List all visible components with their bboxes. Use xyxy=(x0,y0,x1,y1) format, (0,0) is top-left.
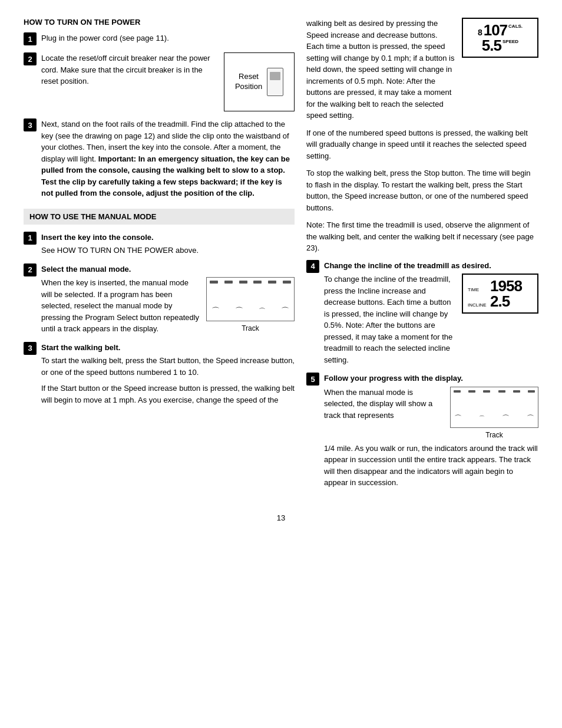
step-num-3: 3 xyxy=(24,118,37,131)
speed-val: 5.5 xyxy=(482,38,501,53)
right-para2: If one of the numbered speed buttons is … xyxy=(306,127,538,162)
step5-text2: 1/4 mile. As you walk or run, the indica… xyxy=(324,443,538,489)
step3-content: Next, stand on the foot rails of the tre… xyxy=(41,118,295,199)
cals-label: CALS. xyxy=(508,24,523,29)
manual-step-1: 1 Insert the key into the console. See H… xyxy=(24,232,295,256)
manual-step1-title: Insert the key into the console. xyxy=(41,232,295,243)
step2-text: Locate the reset/off circuit breaker nea… xyxy=(41,52,216,87)
step5-content: Follow your progress with the display. W… xyxy=(324,373,538,489)
manual-step2-content: Select the manual mode. When the key is … xyxy=(41,263,295,335)
right-column: walking belt as desired by pressing the … xyxy=(306,18,538,496)
right-para3: To stop the walking belt, press the Stop… xyxy=(306,167,538,213)
step5-track-bottom: ⌒ ⌒ ⌒ ⌒ xyxy=(454,413,534,424)
incline-value: 2.5 xyxy=(490,294,510,309)
step5-track-top xyxy=(454,390,535,393)
step5-text-block: When the manual mode is selected, the di… xyxy=(324,387,443,421)
step-3: 3 Next, stand on the foot rails of the t… xyxy=(24,118,295,199)
section1-title: HOW TO TURN ON THE POWER xyxy=(24,18,295,27)
speed-cals-val: 107 xyxy=(484,22,507,38)
step5-track-label: Track xyxy=(485,430,503,440)
manual-step-2: 2 Select the manual mode. When the key i… xyxy=(24,263,295,335)
track-display-step5: ⌒ ⌒ ⌒ ⌒ xyxy=(450,387,538,428)
manual-step-num-2: 2 xyxy=(24,263,37,276)
reset-box: ResetPosition xyxy=(224,52,295,111)
manual-step-num-3: 3 xyxy=(24,342,37,355)
manual-step-3: 3 Start the walking belt. To start the w… xyxy=(24,342,295,406)
step5-title: Follow your progress with the display. xyxy=(324,373,538,384)
step4: 4 Change the incline of the treadmill as… xyxy=(306,260,538,366)
speed-label: SPEED xyxy=(503,39,518,44)
track-display-step5-wrap: ⌒ ⌒ ⌒ ⌒ Track xyxy=(450,387,538,440)
step5: 5 Follow your progress with the display.… xyxy=(306,373,538,489)
page-number: 13 xyxy=(24,513,538,522)
track-label-left: Track xyxy=(242,323,259,334)
incline-display: TIME 1958 INCLINE 2.5 xyxy=(462,274,538,314)
track-top-dots xyxy=(210,281,291,284)
manual-step3-text1: To start the walking belt, press the Sta… xyxy=(41,355,295,378)
step3-important: Important: In an emergency situation, th… xyxy=(41,154,290,198)
step-1: 1 Plug in the power cord (see page 11). xyxy=(24,32,295,45)
page: HOW TO TURN ON THE POWER 1 Plug in the p… xyxy=(0,0,562,728)
step1-text: Plug in the power cord (see page 11). xyxy=(41,32,295,44)
step4-title: Change the incline of the treadmill as d… xyxy=(324,260,538,272)
manual-step1-text: See HOW TO TURN ON THE POWER above. xyxy=(41,245,295,256)
step-num-2: 2 xyxy=(24,52,37,65)
reset-label: ResetPosition xyxy=(235,72,262,92)
step4-text: To change the incline of the treadmill, … xyxy=(324,274,455,365)
step2-content: Locate the reset/off circuit breaker nea… xyxy=(41,52,295,111)
speed-cals-prefix: 8 xyxy=(478,28,482,37)
left-column: HOW TO TURN ON THE POWER 1 Plug in the p… xyxy=(24,18,295,496)
reset-switch xyxy=(267,68,283,96)
manual-step-num-1: 1 xyxy=(24,232,37,245)
step-num-1: 1 xyxy=(24,32,37,45)
time-value: 1958 xyxy=(490,278,522,294)
manual-step2-title: Select the manual mode. xyxy=(41,263,295,275)
step4-content: Change the incline of the treadmill as d… xyxy=(324,260,538,366)
track-display-left: ⌒ ⌒ ⌒ ⌒ xyxy=(206,277,295,321)
manual-step3-content: Start the walking belt. To start the wal… xyxy=(41,342,295,406)
manual-step3-title: Start the walking belt. xyxy=(41,342,295,354)
track-bottom-icons: ⌒ ⌒ ⌒ ⌒ xyxy=(211,305,289,317)
right-para1: walking belt as desired by pressing the … xyxy=(306,18,455,121)
step4-num: 4 xyxy=(306,260,319,273)
right-para4: Note: The first time the treadmill is us… xyxy=(306,219,538,254)
time-label: TIME xyxy=(468,286,490,294)
step-2: 2 Locate the reset/off circuit breaker n… xyxy=(24,52,295,111)
manual-step1-content: Insert the key into the console. See HOW… xyxy=(41,232,295,256)
incline-label: INCLINE xyxy=(468,302,490,309)
step5-num: 5 xyxy=(306,373,319,386)
manual-step2-text: When the key is inserted, the manual mod… xyxy=(41,277,200,335)
section2-title: HOW TO USE THE MANUAL MODE xyxy=(24,209,295,225)
speed-display: 8 107 CALS. 5.5 SPEED xyxy=(462,18,538,58)
manual-step3-text2: If the Start button or the Speed increas… xyxy=(41,383,295,406)
